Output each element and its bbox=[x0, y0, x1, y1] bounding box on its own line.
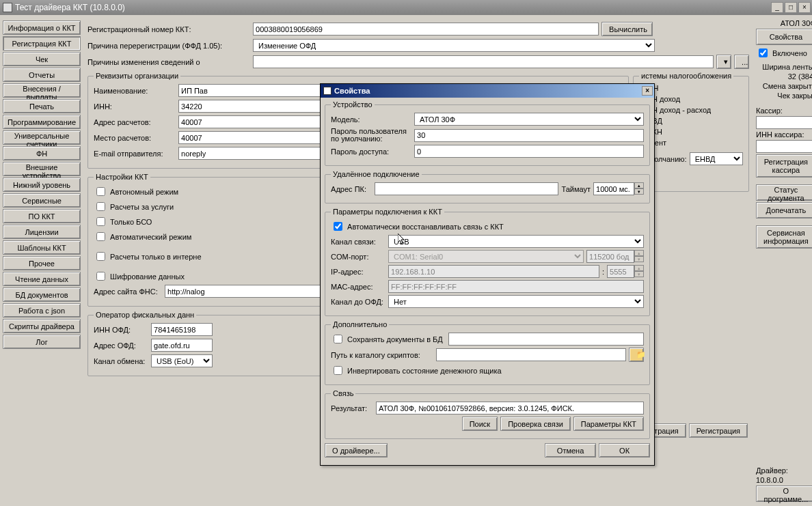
nav-фн[interactable]: ФН bbox=[3, 146, 81, 160]
close-button[interactable]: × bbox=[798, 2, 811, 13]
scripts-path-browse[interactable]: 📁 bbox=[629, 348, 644, 362]
nav-печать[interactable]: Печать bbox=[3, 99, 81, 113]
nav-программирование[interactable]: Программирование bbox=[3, 115, 81, 129]
nav-лицензии[interactable]: Лицензии bbox=[3, 225, 81, 239]
lbl-save-db: Сохранять документы в БД bbox=[347, 335, 443, 343]
tax-item: Патент bbox=[642, 139, 743, 147]
org-legend: Реквизиты организации bbox=[94, 72, 180, 80]
nav-лог[interactable]: Лог bbox=[3, 335, 81, 349]
chk-internet[interactable] bbox=[96, 252, 105, 261]
model-select[interactable]: АТОЛ 30Ф bbox=[414, 113, 644, 126]
nav-скрипты-драйвера[interactable]: Скрипты драйвера bbox=[3, 319, 81, 333]
tape-label: Ширина ленты: bbox=[756, 63, 812, 71]
properties-button[interactable]: Свойства bbox=[756, 29, 812, 45]
nav-нижний-уровень[interactable]: Нижний уровень bbox=[3, 178, 81, 192]
pwd-user-input[interactable] bbox=[414, 129, 644, 142]
nav-внешние-устройства[interactable]: Внешние устройства bbox=[3, 162, 81, 176]
check-conn-button[interactable]: Проверка связи bbox=[500, 417, 571, 431]
nav-прочее[interactable]: Прочее bbox=[3, 256, 81, 270]
ofd-inn-label: ИНН ОФД: bbox=[94, 326, 148, 334]
nav-шаблоны-ккт[interactable]: Шаблоны ККТ bbox=[3, 240, 81, 255]
calc-button[interactable]: Вычислить bbox=[601, 22, 653, 36]
com-select: COM1: Serial0 bbox=[388, 250, 584, 263]
dialog-titlebar[interactable]: Свойства × bbox=[321, 84, 654, 98]
tape-value: 32 (384) bbox=[756, 72, 812, 81]
kkt-params-button[interactable]: Параметры ККТ bbox=[573, 417, 644, 431]
reasons-change-more-button[interactable]: ... bbox=[734, 55, 749, 69]
tax-item: ЕНВД bbox=[642, 117, 743, 125]
rereg-reason-select[interactable]: Изменение ОФД bbox=[253, 39, 655, 52]
cashier-input[interactable] bbox=[756, 116, 812, 129]
pwd-access-input[interactable] bbox=[414, 145, 644, 158]
nav-по-ккт[interactable]: ПО ККТ bbox=[3, 209, 81, 223]
chk-auto-reconnect[interactable] bbox=[334, 222, 342, 231]
timeout-down[interactable]: ▾ bbox=[634, 188, 644, 195]
dialog-ok-button[interactable]: ОК bbox=[599, 443, 650, 458]
nav-информация-о-ккт[interactable]: Информация о ККТ bbox=[3, 20, 81, 35]
dialog-cancel-button[interactable]: Отмена bbox=[545, 443, 596, 458]
pc-addr-label: Адрес ПК: bbox=[331, 185, 372, 193]
service-info-button[interactable]: Сервисная информация bbox=[756, 225, 812, 249]
dialog-close-button[interactable]: × bbox=[642, 86, 653, 96]
nav-универсальные-счетчики[interactable]: Универсальные счетчики bbox=[3, 130, 81, 145]
driver-version: 10.8.0.0 bbox=[756, 476, 812, 484]
tax-default-select[interactable]: ЕНВД bbox=[690, 152, 743, 165]
cashier-inn-input[interactable] bbox=[756, 140, 812, 153]
nav-чек[interactable]: Чек bbox=[3, 52, 81, 66]
link-fieldset: Связь Результат: Поиск Проверка связи Па… bbox=[325, 389, 650, 439]
chk-auto[interactable] bbox=[96, 232, 105, 241]
fns-label: Адрес сайта ФНС: bbox=[94, 287, 162, 296]
reprint-button[interactable]: Допечатать bbox=[756, 202, 812, 219]
tax-item: УСН доход bbox=[642, 95, 743, 103]
driver-label: Драйвер: bbox=[756, 466, 812, 475]
pc-addr-input[interactable] bbox=[375, 182, 558, 195]
ofd-channel-select[interactable]: USB (EoU) bbox=[151, 354, 213, 367]
scripts-path-input[interactable] bbox=[436, 348, 626, 361]
nav-работа-с-json[interactable]: Работа с json bbox=[3, 303, 81, 318]
nav-чтение-данных[interactable]: Чтение данных bbox=[3, 272, 81, 286]
maximize-button[interactable]: □ bbox=[785, 2, 797, 13]
cheque-closed: Чек закрыт bbox=[756, 92, 812, 100]
reg-cashier-button[interactable]: Регистрация кассира bbox=[756, 154, 812, 178]
ofd-inn-input[interactable] bbox=[151, 323, 213, 336]
nav-отчеты[interactable]: Отчеты bbox=[3, 68, 81, 82]
about-driver-button[interactable]: О драйвере... bbox=[325, 443, 388, 458]
tax-legend: истемы налогообложения bbox=[639, 72, 733, 80]
remote-fieldset: Удалённое подключение Адрес ПК: Таймаут … bbox=[325, 170, 650, 203]
center-pane: Регистрационный номер ККТ: Вычислить При… bbox=[83, 15, 753, 506]
minimize-button[interactable]: _ bbox=[771, 2, 783, 13]
nav-регистрация-ккт[interactable]: Регистрация ККТ bbox=[3, 36, 81, 51]
reg-number-label: Регистрационный номер ККТ: bbox=[87, 25, 250, 33]
reg-button[interactable]: Регистрация bbox=[689, 423, 748, 438]
chk-save-db[interactable] bbox=[334, 335, 342, 343]
channel-select[interactable]: USB bbox=[388, 235, 644, 248]
about-program-button[interactable]: О программе... bbox=[756, 486, 812, 502]
chk-autonomous[interactable] bbox=[96, 187, 105, 196]
doc-status-button[interactable]: Статус документа bbox=[756, 184, 812, 201]
lbl-autonomous: Автономный режим bbox=[110, 188, 178, 196]
chk-bso[interactable] bbox=[96, 217, 105, 226]
chk-encrypt[interactable] bbox=[96, 272, 105, 281]
tax-item: УСН доход - расход bbox=[642, 106, 743, 114]
tax-item: ОСН bbox=[642, 84, 743, 92]
search-button[interactable]: Поиск bbox=[462, 417, 498, 431]
save-db-path[interactable] bbox=[448, 333, 644, 346]
chk-enabled[interactable] bbox=[759, 48, 768, 57]
nav-сервисные[interactable]: Сервисные bbox=[3, 193, 81, 208]
left-navigation: Информация о ККТРегистрация ККТЧекОтчеты… bbox=[0, 15, 83, 506]
baud-input bbox=[586, 250, 634, 263]
dialog-title-text: Свойства bbox=[334, 87, 370, 95]
timeout-input[interactable] bbox=[593, 182, 634, 195]
chk-invert-cash[interactable] bbox=[334, 366, 342, 375]
reg-number-input[interactable] bbox=[253, 23, 599, 36]
tax-item: ЕСХН bbox=[642, 128, 743, 136]
nav-бд-документов[interactable]: БД документов bbox=[3, 287, 81, 302]
reasons-change-input[interactable] bbox=[253, 55, 714, 68]
timeout-up[interactable]: ▴ bbox=[634, 182, 644, 188]
nav-внесения-выплаты[interactable]: Внесения / выплаты bbox=[3, 83, 81, 98]
chk-services[interactable] bbox=[96, 202, 105, 211]
reasons-change-dropdown[interactable]: ▾ bbox=[716, 55, 731, 69]
ofd-addr-input[interactable] bbox=[151, 339, 213, 352]
result-input[interactable] bbox=[376, 402, 644, 414]
ofd-ch-select[interactable]: Нет bbox=[388, 295, 644, 308]
